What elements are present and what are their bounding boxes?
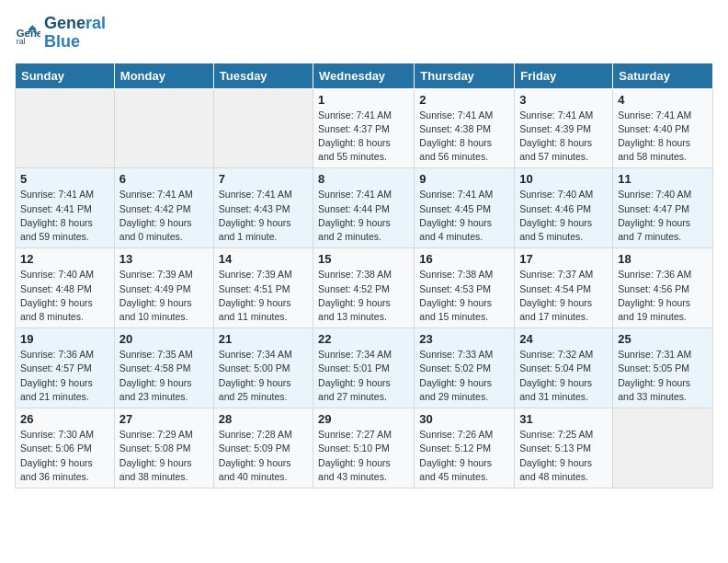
day-cell: 21Sunrise: 7:34 AMSunset: 5:00 PMDayligh… <box>213 328 313 408</box>
day-number: 31 <box>519 412 608 426</box>
day-cell <box>213 88 313 168</box>
dow-header-tuesday: Tuesday <box>213 63 313 88</box>
day-info: Sunrise: 7:40 AMSunset: 4:48 PMDaylight:… <box>20 268 109 324</box>
day-number: 15 <box>318 252 409 266</box>
day-number: 1 <box>318 93 409 107</box>
day-info: Sunrise: 7:33 AMSunset: 5:02 PMDaylight:… <box>419 348 509 404</box>
dow-header-thursday: Thursday <box>415 63 515 88</box>
day-number: 21 <box>219 332 308 346</box>
day-number: 2 <box>419 93 509 107</box>
day-info: Sunrise: 7:37 AMSunset: 4:54 PMDaylight:… <box>519 268 608 324</box>
day-info: Sunrise: 7:40 AMSunset: 4:46 PMDaylight:… <box>519 188 608 244</box>
day-info: Sunrise: 7:41 AMSunset: 4:37 PMDaylight:… <box>318 109 409 165</box>
day-cell: 20Sunrise: 7:35 AMSunset: 4:58 PMDayligh… <box>114 328 213 408</box>
day-info: Sunrise: 7:41 AMSunset: 4:44 PMDaylight:… <box>318 188 409 244</box>
day-cell: 22Sunrise: 7:34 AMSunset: 5:01 PMDayligh… <box>313 328 415 408</box>
day-info: Sunrise: 7:31 AMSunset: 5:05 PMDaylight:… <box>618 348 708 404</box>
day-info: Sunrise: 7:41 AMSunset: 4:41 PMDaylight:… <box>20 188 109 244</box>
day-info: Sunrise: 7:41 AMSunset: 4:42 PMDaylight:… <box>119 188 209 244</box>
day-cell: 28Sunrise: 7:28 AMSunset: 5:09 PMDayligh… <box>213 408 313 488</box>
day-info: Sunrise: 7:34 AMSunset: 5:00 PMDaylight:… <box>219 348 308 404</box>
logo-text: GeneralBlue <box>44 15 106 52</box>
day-info: Sunrise: 7:38 AMSunset: 4:53 PMDaylight:… <box>419 268 509 324</box>
day-info: Sunrise: 7:26 AMSunset: 5:12 PMDaylight:… <box>419 428 509 484</box>
day-number: 30 <box>419 412 509 426</box>
page-header: Gene ral GeneralBlue <box>15 15 713 52</box>
day-number: 16 <box>419 252 509 266</box>
day-cell: 25Sunrise: 7:31 AMSunset: 5:05 PMDayligh… <box>613 328 713 408</box>
day-number: 25 <box>618 332 708 346</box>
day-cell: 17Sunrise: 7:37 AMSunset: 4:54 PMDayligh… <box>515 248 613 328</box>
day-cell: 3Sunrise: 7:41 AMSunset: 4:39 PMDaylight… <box>515 88 613 168</box>
day-cell: 12Sunrise: 7:40 AMSunset: 4:48 PMDayligh… <box>16 248 115 328</box>
day-info: Sunrise: 7:36 AMSunset: 4:56 PMDaylight:… <box>618 268 708 324</box>
day-cell: 11Sunrise: 7:40 AMSunset: 4:47 PMDayligh… <box>613 168 713 248</box>
day-info: Sunrise: 7:41 AMSunset: 4:39 PMDaylight:… <box>519 109 608 165</box>
day-cell: 6Sunrise: 7:41 AMSunset: 4:42 PMDaylight… <box>114 168 213 248</box>
day-info: Sunrise: 7:32 AMSunset: 5:04 PMDaylight:… <box>519 348 608 404</box>
calendar-table: SundayMondayTuesdayWednesdayThursdayFrid… <box>15 63 713 488</box>
day-cell: 1Sunrise: 7:41 AMSunset: 4:37 PMDaylight… <box>313 88 415 168</box>
day-number: 29 <box>318 412 409 426</box>
dow-header-monday: Monday <box>114 63 213 88</box>
day-cell: 30Sunrise: 7:26 AMSunset: 5:12 PMDayligh… <box>415 408 515 488</box>
day-number: 14 <box>219 252 308 266</box>
day-cell: 9Sunrise: 7:41 AMSunset: 4:45 PMDaylight… <box>415 168 515 248</box>
day-info: Sunrise: 7:41 AMSunset: 4:38 PMDaylight:… <box>419 109 509 165</box>
day-cell: 27Sunrise: 7:29 AMSunset: 5:08 PMDayligh… <box>114 408 213 488</box>
week-row-1: 1Sunrise: 7:41 AMSunset: 4:37 PMDaylight… <box>16 88 713 168</box>
day-number: 7 <box>219 172 308 186</box>
week-row-2: 5Sunrise: 7:41 AMSunset: 4:41 PMDaylight… <box>16 168 713 248</box>
day-cell <box>16 88 115 168</box>
day-number: 26 <box>20 412 109 426</box>
day-cell: 14Sunrise: 7:39 AMSunset: 4:51 PMDayligh… <box>213 248 313 328</box>
logo: Gene ral GeneralBlue <box>15 15 106 52</box>
day-cell: 13Sunrise: 7:39 AMSunset: 4:49 PMDayligh… <box>114 248 213 328</box>
day-info: Sunrise: 7:41 AMSunset: 4:45 PMDaylight:… <box>419 188 509 244</box>
day-number: 24 <box>519 332 608 346</box>
day-info: Sunrise: 7:29 AMSunset: 5:08 PMDaylight:… <box>119 428 209 484</box>
day-number: 11 <box>618 172 708 186</box>
day-cell: 23Sunrise: 7:33 AMSunset: 5:02 PMDayligh… <box>415 328 515 408</box>
day-info: Sunrise: 7:41 AMSunset: 4:40 PMDaylight:… <box>618 109 708 165</box>
day-number: 17 <box>519 252 608 266</box>
week-row-4: 19Sunrise: 7:36 AMSunset: 4:57 PMDayligh… <box>16 328 713 408</box>
dow-header-saturday: Saturday <box>613 63 713 88</box>
day-cell: 16Sunrise: 7:38 AMSunset: 4:53 PMDayligh… <box>415 248 515 328</box>
dow-header-sunday: Sunday <box>16 63 115 88</box>
day-info: Sunrise: 7:34 AMSunset: 5:01 PMDaylight:… <box>318 348 409 404</box>
day-number: 27 <box>119 412 209 426</box>
week-row-5: 26Sunrise: 7:30 AMSunset: 5:06 PMDayligh… <box>16 408 713 488</box>
day-number: 22 <box>318 332 409 346</box>
day-info: Sunrise: 7:28 AMSunset: 5:09 PMDaylight:… <box>219 428 308 484</box>
day-number: 28 <box>219 412 308 426</box>
day-cell: 31Sunrise: 7:25 AMSunset: 5:13 PMDayligh… <box>515 408 613 488</box>
day-cell <box>613 408 713 488</box>
day-number: 5 <box>20 172 109 186</box>
day-number: 4 <box>618 93 708 107</box>
day-info: Sunrise: 7:39 AMSunset: 4:49 PMDaylight:… <box>119 268 209 324</box>
day-info: Sunrise: 7:36 AMSunset: 4:57 PMDaylight:… <box>20 348 109 404</box>
day-info: Sunrise: 7:38 AMSunset: 4:52 PMDaylight:… <box>318 268 409 324</box>
day-number: 6 <box>119 172 209 186</box>
day-number: 9 <box>419 172 509 186</box>
day-cell: 4Sunrise: 7:41 AMSunset: 4:40 PMDaylight… <box>613 88 713 168</box>
day-info: Sunrise: 7:41 AMSunset: 4:43 PMDaylight:… <box>219 188 308 244</box>
day-number: 20 <box>119 332 209 346</box>
day-cell: 24Sunrise: 7:32 AMSunset: 5:04 PMDayligh… <box>515 328 613 408</box>
dow-header-wednesday: Wednesday <box>313 63 415 88</box>
day-cell: 5Sunrise: 7:41 AMSunset: 4:41 PMDaylight… <box>16 168 115 248</box>
day-cell: 15Sunrise: 7:38 AMSunset: 4:52 PMDayligh… <box>313 248 415 328</box>
day-cell: 29Sunrise: 7:27 AMSunset: 5:10 PMDayligh… <box>313 408 415 488</box>
day-number: 3 <box>519 93 608 107</box>
day-info: Sunrise: 7:27 AMSunset: 5:10 PMDaylight:… <box>318 428 409 484</box>
day-number: 19 <box>20 332 109 346</box>
day-cell: 19Sunrise: 7:36 AMSunset: 4:57 PMDayligh… <box>16 328 115 408</box>
day-cell <box>114 88 213 168</box>
day-cell: 26Sunrise: 7:30 AMSunset: 5:06 PMDayligh… <box>16 408 115 488</box>
day-cell: 8Sunrise: 7:41 AMSunset: 4:44 PMDaylight… <box>313 168 415 248</box>
day-cell: 10Sunrise: 7:40 AMSunset: 4:46 PMDayligh… <box>515 168 613 248</box>
day-cell: 18Sunrise: 7:36 AMSunset: 4:56 PMDayligh… <box>613 248 713 328</box>
day-cell: 7Sunrise: 7:41 AMSunset: 4:43 PMDaylight… <box>213 168 313 248</box>
week-row-3: 12Sunrise: 7:40 AMSunset: 4:48 PMDayligh… <box>16 248 713 328</box>
